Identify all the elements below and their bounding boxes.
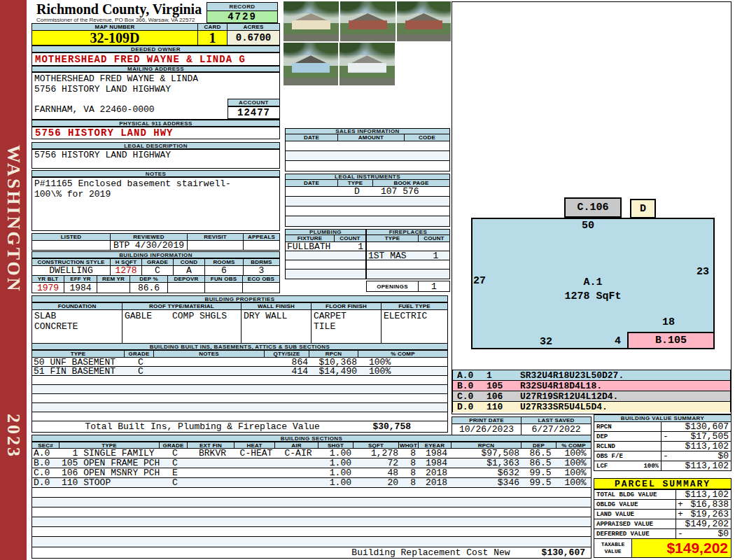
eff-year-value: 1984 <box>64 282 97 293</box>
builtins-table: 50 UNF BASEMENTC864$10,368100%51 FIN BAS… <box>31 357 448 422</box>
table-cell <box>32 527 60 536</box>
table-row <box>32 527 591 537</box>
rooms-value: 6 <box>205 265 244 276</box>
notes-line-2: 100\% for 2019 <box>34 189 111 200</box>
sketch-section-c: C.106 <box>564 197 622 218</box>
table-cell <box>419 242 451 251</box>
table-cell: C <box>125 358 155 366</box>
building-properties-label: BUILDING PROPERTIES <box>31 295 448 302</box>
table-cell <box>60 517 160 526</box>
table-cell: 100% <box>557 458 592 468</box>
year-built-value: 1979 <box>31 282 64 293</box>
building-information-label: BUILDING INFORMATION <box>31 251 280 258</box>
legal-description-value: 5756 HISTORY LAND HIGHWAY <box>34 150 171 160</box>
grade-value: C <box>142 265 174 276</box>
fireplaces-table: 1ST MAS1 <box>366 241 450 279</box>
table-cell: 1.00 <box>319 458 354 468</box>
table-cell <box>354 537 400 547</box>
property-record-card: WASHINGTON 2023 Richmond County, Virgini… <box>0 0 735 560</box>
table-cell: 1,278 <box>354 449 400 458</box>
physical-address-value: 5756 HISTORY LAND HWY <box>31 127 280 139</box>
table-cell <box>276 498 319 507</box>
table-cell <box>522 488 557 497</box>
table-cell <box>286 161 339 171</box>
rem-year-value <box>97 282 130 293</box>
table-cell: 414 <box>265 367 310 375</box>
table-cell: 100% <box>557 468 592 477</box>
table-cell <box>419 270 451 279</box>
table-cell <box>286 197 339 206</box>
table-cell <box>335 260 367 269</box>
table-cell <box>354 517 400 526</box>
table-cell <box>125 385 155 393</box>
building-info-values-2: 1979 1984 86.6 <box>31 282 280 293</box>
table-cell <box>310 385 359 393</box>
table-cell <box>235 478 276 487</box>
table-cell <box>335 251 367 260</box>
table-cell <box>188 498 235 507</box>
mailing-address-label: MAILING ADDRESS <box>31 66 280 72</box>
physical-address-label: PHYSICAL 911 ADDRESS <box>31 120 280 127</box>
table-cell: $632 <box>452 468 522 477</box>
table-row: 1ST MAS1 <box>367 251 449 260</box>
table-cell <box>32 394 125 402</box>
table-cell <box>286 260 335 269</box>
table-cell <box>354 507 400 517</box>
table-cell: 100% <box>557 478 592 487</box>
table-cell <box>400 507 419 517</box>
page-subtitle: Commissioner of the Revenue, PO Box 366,… <box>36 17 218 23</box>
table-cell: 8 <box>400 478 419 487</box>
table-cell: C-AIR <box>276 449 319 458</box>
table-cell: 8 <box>400 458 419 468</box>
table-cell <box>452 498 522 507</box>
table-cell <box>335 270 367 279</box>
table-cell <box>359 394 449 402</box>
table-cell <box>160 537 188 547</box>
table-cell <box>32 517 60 526</box>
table-cell: C <box>160 449 188 458</box>
table-cell <box>32 488 60 497</box>
table-row <box>32 488 591 498</box>
table-row <box>286 197 449 206</box>
table-cell <box>265 403 310 412</box>
table-row <box>367 260 449 270</box>
table-cell <box>419 498 452 507</box>
taxable-value-amount: $149,202 <box>632 538 732 558</box>
table-cell <box>419 537 452 547</box>
depovr-value <box>168 282 205 293</box>
table-cell <box>452 488 522 497</box>
table-cell <box>400 517 419 526</box>
table-row <box>367 242 449 251</box>
builtins-label: BUILDING BUILT INS, BASEMENTS, ATTICS & … <box>31 343 448 350</box>
deeded-owner-label: DEEDED OWNER <box>31 46 280 52</box>
table-cell <box>557 507 592 517</box>
table-cell <box>405 161 451 171</box>
table-cell <box>160 488 188 497</box>
table-cell: $10,368 <box>310 358 359 366</box>
parcel-row-deferred: DEFERRED VALUE -$0 <box>594 528 732 539</box>
table-row: D.0110 STOOPC1.002082018$34699.5100% <box>32 478 591 488</box>
table-cell <box>188 517 235 526</box>
table-cell <box>155 367 265 375</box>
table-row: A.0 1 SINGLE FAMILYCBRKVRC-HEATC-AIR1.00… <box>32 449 591 458</box>
table-cell <box>419 527 452 536</box>
table-cell: $14,490 <box>310 367 359 375</box>
table-row: FULLBATH1 <box>286 242 365 251</box>
table-cell: 105 OPEN FRAME PCH <box>60 458 160 468</box>
tax-year: 2023 <box>3 408 24 464</box>
table-cell <box>374 197 451 206</box>
table-cell <box>276 537 319 547</box>
segment-row-d: D.0 110 U27R33SR5U4L5D4. <box>453 402 730 412</box>
sections-footer-row: Building Replacement Cost New $130,607 <box>31 547 592 559</box>
table-cell <box>339 141 405 150</box>
table-cell: C-HEAT <box>235 449 276 458</box>
table-cell: 100% <box>359 358 449 366</box>
segment-row-b: B.0 105 R32SU4R18D4L18. <box>453 381 730 391</box>
table-cell <box>235 527 276 536</box>
table-row <box>32 507 591 517</box>
table-row <box>32 537 591 547</box>
table-cell <box>276 488 319 497</box>
bdrms-value: 3 <box>244 265 280 276</box>
table-cell: 1 SINGLE FAMILY <box>60 449 160 458</box>
table-cell: 100% <box>359 367 449 375</box>
